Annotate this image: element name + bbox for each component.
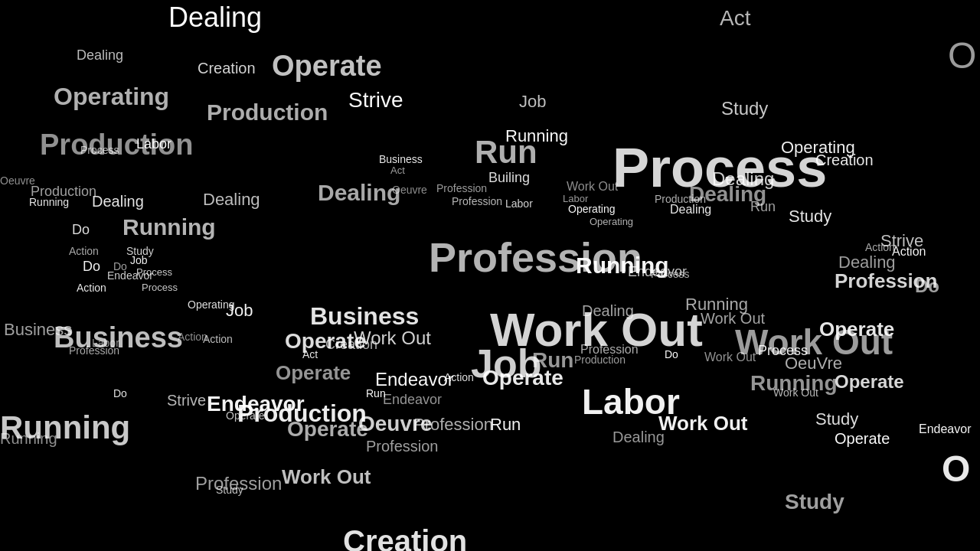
word-item: Creation	[325, 337, 377, 353]
word-item: Dealing	[203, 190, 260, 210]
word-item: Process	[142, 282, 178, 293]
word-item: Profession	[366, 438, 439, 455]
word-item: Running	[505, 126, 568, 146]
word-item: Job	[519, 92, 546, 112]
word-item: Work Out	[567, 180, 618, 194]
word-item: Dealing	[712, 168, 774, 190]
word-item: Do	[665, 348, 678, 360]
word-item: Production	[574, 354, 626, 366]
word-item: Running	[122, 214, 216, 240]
word-item: Strive	[167, 392, 206, 409]
word-item: Job	[226, 301, 253, 321]
word-item: Dealing	[670, 203, 711, 217]
word-item: Labor	[505, 197, 533, 210]
word-item: O	[942, 448, 970, 490]
word-item: Work Out	[704, 350, 756, 364]
word-item: Operate	[287, 417, 368, 442]
word-item: Do	[83, 259, 100, 275]
word-item: Operating	[54, 83, 169, 111]
word-item: Operate	[835, 371, 904, 393]
word-item: O	[948, 34, 976, 77]
word-item: Run	[490, 415, 521, 435]
word-item: Action	[77, 282, 106, 294]
word-item: Study	[785, 490, 844, 514]
word-item: Job	[130, 254, 148, 266]
word-item: Work Out	[658, 412, 748, 435]
word-item: Operating	[568, 203, 615, 215]
word-item: Study	[216, 484, 243, 496]
word-item: Study	[789, 207, 831, 227]
word-item: Operating	[590, 216, 633, 227]
word-item: Operate	[482, 366, 564, 390]
word-item: Endeavor	[375, 369, 454, 390]
word-item: Running	[29, 196, 69, 208]
word-item: Action	[865, 241, 895, 253]
word-item: Act	[302, 348, 318, 360]
word-item: Endeavor	[628, 264, 687, 280]
word-item: Action	[69, 245, 99, 257]
word-item: Creation	[815, 152, 874, 169]
word-item: Action	[892, 245, 926, 259]
word-item: Endeavor	[383, 392, 442, 408]
word-item: Oeuvre	[392, 184, 427, 196]
word-item: Work Out	[282, 465, 371, 489]
word-item: Endeavor	[107, 269, 153, 282]
word-item: Run	[366, 387, 386, 399]
word-item: Run	[750, 199, 776, 215]
word-item: Dealing	[582, 302, 634, 320]
word-item: Profession	[69, 344, 119, 357]
word-item: Production	[207, 99, 328, 126]
word-item: Profession	[436, 182, 487, 194]
word-item: Profession	[413, 415, 493, 435]
word-item: Endeavor	[919, 422, 972, 436]
word-item: Operate	[272, 50, 382, 83]
word-item: Process	[80, 144, 119, 156]
word-item: Builing	[488, 170, 530, 186]
word-item: Do	[72, 222, 90, 238]
word-item: Dealing	[168, 2, 262, 34]
word-item: Study	[721, 98, 768, 119]
word-item: Act	[390, 165, 405, 176]
word-item: Creation	[198, 60, 256, 77]
word-item: Operate	[835, 430, 890, 448]
word-item: Action	[203, 333, 233, 345]
word-item: Creation	[343, 524, 467, 551]
word-item: Work Out	[773, 386, 818, 399]
word-item: Study	[815, 409, 858, 429]
word-item: Business	[310, 302, 419, 331]
word-item: Profession	[835, 269, 937, 293]
word-item: Dealing	[318, 180, 400, 206]
word-item: Strive	[348, 88, 403, 112]
word-item: Running	[0, 430, 57, 448]
word-item: Dealing	[77, 47, 123, 64]
word-item: Operate	[819, 318, 894, 341]
word-item: Profession	[452, 195, 502, 207]
word-item: Labor	[136, 136, 172, 152]
word-item: Dealing	[92, 193, 144, 210]
word-item: Do	[113, 387, 127, 399]
word-item: Act	[720, 6, 750, 31]
word-cloud: DealingActDealingCreationOperateOperatin…	[0, 0, 980, 551]
word-item: Operate	[276, 361, 351, 385]
word-item: Dealing	[612, 429, 665, 446]
word-item: Business	[379, 153, 423, 165]
